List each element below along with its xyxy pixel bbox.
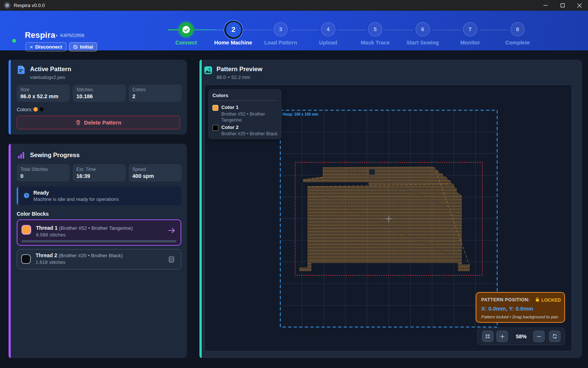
svg-text:Hoop: 100 x 100 mm: Hoop: 100 x 100 mm <box>283 112 318 116</box>
